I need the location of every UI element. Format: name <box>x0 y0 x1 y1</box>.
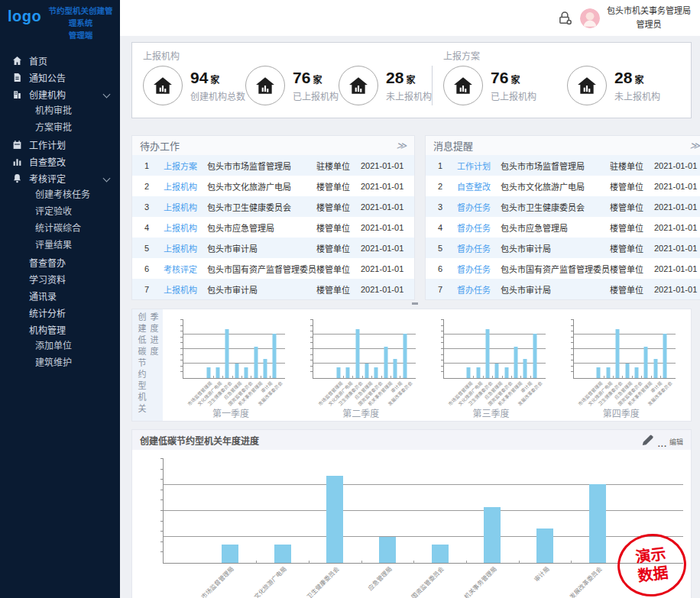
sidebar-item-通讯录[interactable]: 通讯录 <box>0 287 120 304</box>
row-link[interactable]: 督办任务 <box>450 221 497 234</box>
bar-发展改革委员会 <box>663 334 667 378</box>
bar-机关事务管理局 <box>384 347 387 378</box>
blank-icon <box>12 291 22 301</box>
stats-group-report-plan: 上报方案 76家已上报机构28家未上报机构 <box>433 43 691 118</box>
row-link[interactable]: 督办任务 <box>450 242 497 254</box>
row-date: 2021-01-01 <box>654 161 700 170</box>
todo-panel-header: 待办工作 ≫ <box>132 136 414 155</box>
row-unit-type: 楼管单位 <box>316 180 361 192</box>
bar-文化旅游广电局 <box>476 367 480 378</box>
row-index: 7 <box>137 285 157 294</box>
sidebar-item-首页[interactable]: 首页 <box>0 52 120 69</box>
house-icon <box>339 66 378 105</box>
sidebar-subitem-建筑维护[interactable]: 建筑维护 <box>0 354 120 371</box>
bar-审计局 <box>523 359 527 378</box>
row-date: 2021-01-01 <box>654 182 700 191</box>
sidebar-subitem-创建考核任务[interactable]: 创建考核任务 <box>0 186 120 203</box>
sidebar-item-学习资料[interactable]: 学习资料 <box>0 270 120 287</box>
more-arrow-icon[interactable]: ≫ <box>689 140 700 151</box>
stat-caption: 已上报机构 <box>491 89 536 102</box>
bar-应急管理局 <box>365 364 369 378</box>
row-link[interactable]: 上报机构 <box>157 180 204 192</box>
bar-发展改革委员会 <box>589 484 606 563</box>
sidebar-item-自查整改[interactable]: 自查整改 <box>0 153 120 170</box>
row-index: 4 <box>137 223 157 232</box>
user-info[interactable]: 包头市机关事务管理局 管理员 <box>607 5 691 31</box>
row-link[interactable]: 督办任务 <box>450 283 497 296</box>
stat-caption: 已上报机构 <box>293 89 339 102</box>
table-row: 7督办任务包头市审计局楼管单位2021-01-01 <box>426 279 700 299</box>
doc-icon <box>12 73 22 82</box>
bar-审计局 <box>263 359 267 378</box>
row-index: 2 <box>137 182 157 191</box>
row-unit-type: 楼管单位 <box>610 263 654 275</box>
row-link[interactable]: 督办任务 <box>450 263 497 275</box>
sidebar-subitem-统计碳综合[interactable]: 统计碳综合 <box>0 220 120 237</box>
sidebar-item-工作计划[interactable]: 工作计划 <box>0 136 120 153</box>
row-link[interactable]: 上报机构 <box>157 283 204 296</box>
sidebar-subitem-机构审批[interactable]: 机构审批 <box>0 102 120 119</box>
pencil-icon <box>641 434 656 447</box>
chart-x-labels: 市场监督管理局文化旅游广电局卫生健康委员会应急管理局国资监管委员会机关事务管理局… <box>163 564 683 598</box>
app-title: 节约型机关创建管理系统 管理端 <box>46 5 115 41</box>
row-link[interactable]: 上报方案 <box>157 160 204 172</box>
row-org: 包头市应急管理局 <box>497 221 610 234</box>
bar-发展改革委员会 <box>533 334 536 378</box>
sidebar-item-创建机构[interactable]: 创建机构 <box>0 86 120 102</box>
row-date: 2021-01-01 <box>654 202 700 212</box>
table-row: 1工作计划包头市市场监督管理局驻楼单位2021-01-01 <box>426 155 700 176</box>
row-link[interactable]: 考核评定 <box>157 263 204 275</box>
sidebar-subitem-添加单位[interactable]: 添加单位 <box>0 338 120 354</box>
row-link[interactable]: 督办任务 <box>450 201 497 213</box>
bar-市场监督管理局 <box>222 545 238 563</box>
stat-item: 28家未上报机构 <box>567 66 691 105</box>
sidebar-subitem-评定验收[interactable]: 评定验收 <box>0 203 120 220</box>
sidebar-subitem-方案审批[interactable]: 方案审批 <box>0 119 120 136</box>
bar-国资监管委员会 <box>504 367 508 378</box>
bar-卫生健康委员会 <box>225 329 229 378</box>
x-label: 应急管理局 <box>365 564 393 592</box>
sidebar-item-考核评定[interactable]: 考核评定 <box>0 170 120 186</box>
bar-应急管理局 <box>495 364 499 378</box>
annual-chart: 市场监督管理局文化旅游广电局卫生健康委员会应急管理局国资监管委员会机关事务管理局… <box>132 450 691 598</box>
table-row: 6督办任务包头市国有资产监督管理委员楼管单位2021-01-01 <box>426 258 700 279</box>
edit-button[interactable]: ... 编辑 <box>641 434 683 447</box>
sidebar-item-机构管理[interactable]: 机构管理 <box>0 321 120 338</box>
bar-应急管理局 <box>379 537 396 563</box>
x-label: 文化旅游广电局 <box>251 564 287 598</box>
sidebar-item-督查督办[interactable]: 督查督办 <box>0 254 120 270</box>
row-link[interactable]: 自查整改 <box>450 180 497 192</box>
bar-机关事务管理局 <box>644 347 648 378</box>
sidebar-item-通知公告[interactable]: 通知公告 <box>0 69 120 86</box>
row-link[interactable]: 上报机构 <box>157 201 204 213</box>
bar-卫生健康委员会 <box>355 329 359 378</box>
sidebar-item-统计分析[interactable]: 统计分析 <box>0 304 120 321</box>
quarter-chart-第三季度: 市场监督管理局文化旅游广电局卫生健康委员会应急管理局国资监管委员会机关事务管理局… <box>426 318 556 419</box>
row-org: 包头市卫生健康委员会 <box>204 201 316 213</box>
bar-国资监管委员会 <box>432 545 449 563</box>
stat-caption: 创建机构总数 <box>190 89 245 102</box>
user-avatar[interactable] <box>580 8 600 28</box>
sidebar-item-label: 创建机构 <box>29 88 66 101</box>
annual-panel: 创建低碳节约型机关年度进度 ... 编辑 市场监督管理局文化旅游广电局卫生健康委… <box>131 429 692 598</box>
bar-文化旅游广电局 <box>606 367 610 378</box>
row-unit-type: 楼管单位 <box>316 221 361 234</box>
more-arrow-icon[interactable]: ≫ <box>396 140 407 151</box>
row-link[interactable]: 上报机构 <box>157 221 204 234</box>
message-rows: 1工作计划包头市市场监督管理局驻楼单位2021-01-012自查整改包头市文化旅… <box>426 155 700 299</box>
table-row: 6考核评定包头市国有资产监督管理委员楼管单位2021-01-01 <box>132 258 414 279</box>
sidebar-nav: 首页通知公告创建机构机构审批方案审批工作计划自查整改考核评定创建考核任务评定验收… <box>0 44 120 371</box>
stats-group-label: 上报机构 <box>143 49 432 62</box>
logo: logo <box>8 5 41 27</box>
row-link[interactable]: 工作计划 <box>450 160 497 172</box>
x-label: 审计局 <box>532 564 551 583</box>
chart-plot <box>313 320 415 379</box>
lock-icon[interactable] <box>557 11 573 25</box>
stat-item: 28家未上报机构 <box>339 66 432 105</box>
sidebar-subitem-评量结果[interactable]: 评量结果 <box>0 237 120 254</box>
row-org: 包头市文化旅游广电局 <box>204 180 316 192</box>
stat-caption: 未上报机构 <box>386 89 432 102</box>
row-link[interactable]: 上报机构 <box>157 242 204 254</box>
row-unit-type: 楼管单位 <box>316 283 361 296</box>
chevron-down-icon <box>103 175 111 183</box>
